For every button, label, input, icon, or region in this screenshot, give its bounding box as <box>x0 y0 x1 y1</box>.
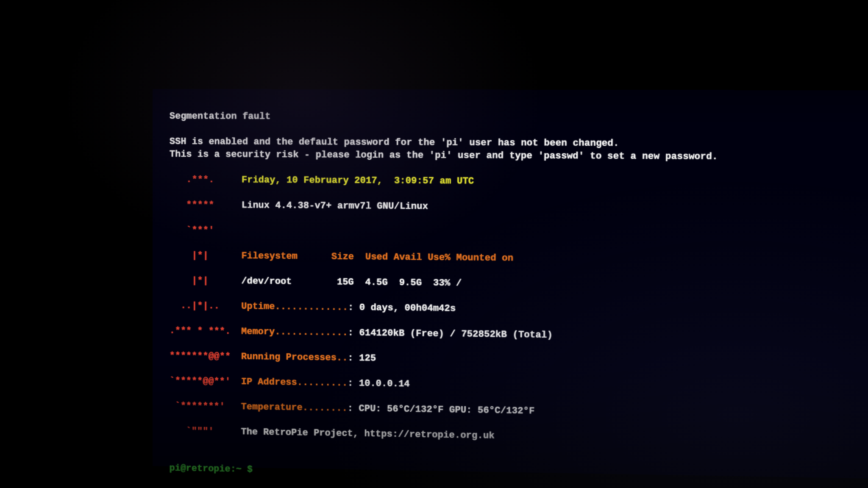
kernel-line: Linux 4.4.38-v7+ armv7l GNU/Linux <box>242 199 428 213</box>
ascii-art-line: `***' <box>170 224 242 237</box>
segfault-line: Segmentation fault <box>170 111 271 122</box>
ascii-art-line: |*| <box>170 249 242 262</box>
ssh-warning-line-1: SSH is enabled and the default password … <box>170 136 619 149</box>
ascii-art-line: .***. <box>170 174 242 187</box>
ascii-art-line: .*** * ***. <box>170 324 241 338</box>
ascii-art-line: `"""' <box>170 425 241 438</box>
fs-row: /dev/root 15G 4.5G 9.5G 33% / <box>241 276 462 288</box>
memory-value: 614120kB (Free) / 752852kB (Total) <box>359 328 553 341</box>
shell-prompt[interactable]: pi@retropie:~ $ <box>170 463 259 475</box>
processes-label: Running Processes.. <box>241 352 348 363</box>
terminal-screen: Segmentation fault SSH is enabled and th… <box>153 89 868 479</box>
processes-value: 125 <box>359 353 376 363</box>
ascii-art-line: ..|*|.. <box>170 299 242 313</box>
project-line: The RetroPie Project, https://retropie.o… <box>241 426 494 442</box>
temperature-label: Temperature........ <box>241 402 348 413</box>
temperature-value: CPU: 56°C/132°F GPU: 56°C/132°F <box>359 403 534 416</box>
datetime-line: Friday, 10 February 2017, 3:09:57 am UTC <box>242 174 474 188</box>
uptime-value: 0 days, 00h04m42s <box>359 302 456 314</box>
ip-label: IP Address......... <box>241 377 348 388</box>
ascii-art-line: ***** <box>170 199 242 212</box>
ascii-art-line: `*******' <box>170 400 241 413</box>
uptime-label: Uptime............. <box>241 301 348 313</box>
fs-header: Filesystem Size Used Avail Use% Mounted … <box>241 251 513 264</box>
ascii-art-line: `*****@@**' <box>170 375 241 388</box>
ascii-art-line: *******@@** <box>170 350 241 363</box>
ascii-art-line: |*| <box>170 274 242 288</box>
ssh-warning-line-2: This is a security risk - please login a… <box>170 149 718 162</box>
ip-value: 10.0.0.14 <box>359 378 410 389</box>
memory-label: Memory............. <box>241 326 348 338</box>
